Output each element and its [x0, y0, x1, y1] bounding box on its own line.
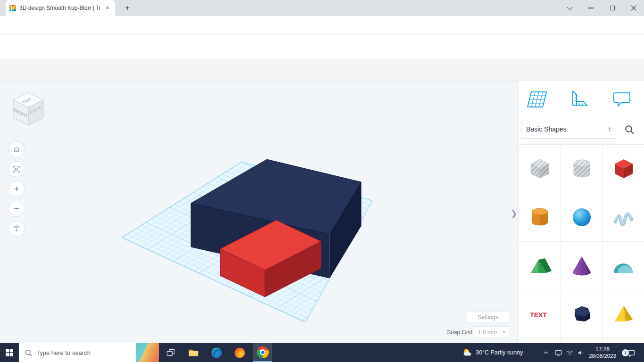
action-center-button[interactable]: 7: [620, 343, 641, 362]
show-desktop-divider[interactable]: [642, 346, 642, 359]
search-input[interactable]: [36, 349, 136, 356]
edit-toolbar: Import Export Send To: [0, 59, 644, 81]
window-close-button[interactable]: [623, 0, 644, 16]
firefox-icon[interactable]: [230, 343, 249, 362]
taskbar-clock[interactable]: 17:26 28/08/2023: [586, 343, 619, 362]
zoom-out-button[interactable]: −: [8, 201, 25, 217]
shape-tile-polygon[interactable]: [561, 290, 603, 339]
shape-category-value: Basic Shapes: [526, 125, 567, 133]
tab-favicon-icon: [9, 5, 16, 11]
tray-display-icon[interactable]: [553, 343, 564, 362]
window-controls: [559, 0, 644, 16]
shapes-panel: Basic Shapes ▲▼: [519, 81, 644, 343]
partly-sunny-icon: [462, 347, 472, 358]
settings-button[interactable]: Settings: [467, 312, 509, 322]
shape-tile-sphere[interactable]: [561, 193, 603, 242]
shape-grid: TEXT: [519, 144, 644, 343]
window-maximize-button[interactable]: [602, 0, 623, 16]
shape-tile-partial[interactable]: [561, 339, 603, 343]
task-view-button[interactable]: [163, 345, 178, 360]
view-cube[interactable]: TOP RIGHT BACK: [7, 88, 50, 131]
shape-tile-roof[interactable]: [519, 242, 561, 290]
panel-collapse-chevron[interactable]: ❯: [509, 206, 519, 222]
browser-address-bar: tinkercad.com/things/kGMgD63SJsN-smooth-…: [0, 16, 644, 35]
taskbar-search[interactable]: [19, 343, 159, 362]
perspective-toggle-button[interactable]: [8, 221, 25, 237]
shape-tile-round-roof[interactable]: [603, 242, 644, 290]
tab-close-icon[interactable]: ×: [104, 4, 111, 12]
shape-category-select[interactable]: Basic Shapes ▲▼: [521, 120, 616, 139]
shape-tile-partial[interactable]: [603, 339, 644, 343]
workplane-tool-icon[interactable]: [525, 88, 547, 110]
shape-tile-cone[interactable]: [561, 242, 603, 290]
snap-grid-label: Snap Grid: [425, 326, 472, 338]
home-view-button[interactable]: [8, 141, 25, 157]
screen: 3D design Smooth Kup-Blorr | Ti × + tink…: [0, 0, 644, 362]
clock-date: 28/08/2023: [589, 353, 616, 359]
windows-taskbar: 30°C Partly sunny 17:26 28/08/2023 7: [0, 343, 644, 362]
tray-chevron-up-icon[interactable]: [540, 343, 552, 362]
select-arrows-icon: ▲▼: [608, 126, 611, 132]
edge-icon[interactable]: [207, 343, 226, 362]
file-explorer-icon[interactable]: [184, 343, 203, 362]
shape-tile-pyramid[interactable]: [603, 290, 644, 339]
zoom-in-button[interactable]: +: [8, 181, 25, 197]
modeling-viewport[interactable]: TOP RIGHT BACK + − ❯ Settings Snap Grid …: [0, 81, 519, 343]
shape-tile-text[interactable]: TEXT: [519, 290, 561, 339]
browser-tab[interactable]: 3D design Smooth Kup-Blorr | Ti ×: [6, 0, 115, 16]
ruler-tool-icon[interactable]: [568, 88, 591, 110]
start-button[interactable]: [0, 343, 19, 362]
shape-tile-box[interactable]: [603, 145, 644, 193]
tray-volume-icon[interactable]: [575, 343, 586, 362]
shape-tile-box-hole[interactable]: [519, 145, 561, 193]
shape-tile-cylinder[interactable]: [519, 193, 561, 242]
notes-tool-icon[interactable]: [611, 88, 633, 110]
scene-svg: [0, 81, 519, 343]
weather-text: 30°C Partly sunny: [476, 349, 523, 356]
fit-view-button[interactable]: [8, 161, 25, 177]
tab-search-chevron-icon[interactable]: [559, 0, 580, 16]
search-icon: [25, 349, 33, 357]
shape-tile-scribble[interactable]: [603, 193, 644, 242]
shape-tile-partial[interactable]: [519, 339, 561, 343]
chrome-icon[interactable]: [253, 343, 272, 362]
tray-network-icon[interactable]: [564, 343, 575, 362]
shape-search-button[interactable]: [619, 123, 640, 137]
tinkercad-header: T I N K E R C A D Smooth Kup-Blorr All c…: [0, 35, 644, 59]
clock-time: 17:26: [595, 346, 610, 353]
snap-grid-select[interactable]: 1.0 mm ▼: [475, 326, 509, 338]
snap-grid-value: 1.0 mm: [478, 329, 497, 336]
weather-widget[interactable]: 30°C Partly sunny: [462, 343, 523, 362]
browser-tab-strip: 3D design Smooth Kup-Blorr | Ti × +: [0, 0, 644, 16]
text-shape-glyph: TEXT: [529, 311, 547, 319]
tab-title: 3D design Smooth Kup-Blorr | Ti: [19, 5, 100, 11]
search-highlight-image[interactable]: [136, 343, 159, 362]
new-tab-button[interactable]: +: [122, 3, 133, 14]
window-minimize-button[interactable]: [580, 0, 602, 16]
chevron-down-icon: ▼: [502, 330, 506, 334]
notification-count-badge: 7: [622, 349, 629, 356]
shape-tile-cylinder-hole[interactable]: [561, 145, 603, 193]
